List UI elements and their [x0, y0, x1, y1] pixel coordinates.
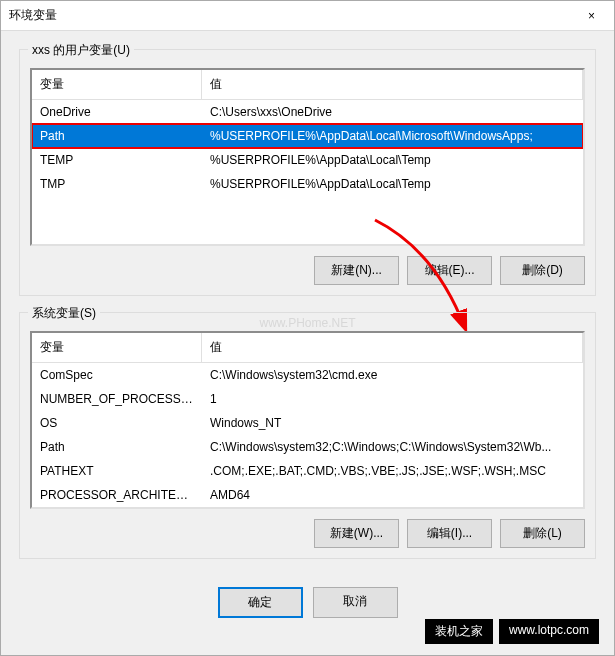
table-row[interactable]: Path%USERPROFILE%\AppData\Local\Microsof…: [32, 124, 583, 148]
cell-var-name: OneDrive: [32, 103, 202, 121]
cell-var-value: AMD64: [202, 486, 583, 504]
user-edit-button[interactable]: 编辑(E)...: [407, 256, 492, 285]
close-button[interactable]: ×: [569, 1, 614, 31]
cell-var-name: TMP: [32, 175, 202, 193]
sys-edit-button[interactable]: 编辑(I)...: [407, 519, 492, 548]
dialog-title: 环境变量: [9, 7, 57, 24]
cell-var-name: Path: [32, 127, 202, 145]
ok-button[interactable]: 确定: [218, 587, 303, 618]
cell-var-value: .COM;.EXE;.BAT;.CMD;.VBS;.VBE;.JS;.JSE;.…: [202, 462, 583, 480]
dialog-content: xxs 的用户变量(U) 变量 值 OneDriveC:\Users\xxs\O…: [1, 31, 614, 655]
cell-var-name: PROCESSOR_ARCHITECTURE: [32, 486, 202, 504]
table-row[interactable]: PATHEXT.COM;.EXE;.BAT;.CMD;.VBS;.VBE;.JS…: [32, 459, 583, 483]
table-row[interactable]: NUMBER_OF_PROCESSORS1: [32, 387, 583, 411]
user-vars-header: 变量 值: [32, 70, 583, 100]
user-vars-listbox[interactable]: 变量 值 OneDriveC:\Users\xxs\OneDrivePath%U…: [30, 68, 585, 246]
cell-var-name: PATHEXT: [32, 462, 202, 480]
user-vars-buttons: 新建(N)... 编辑(E)... 删除(D): [30, 256, 585, 285]
table-row[interactable]: OSWindows_NT: [32, 411, 583, 435]
sys-vars-header: 变量 值: [32, 333, 583, 363]
table-row[interactable]: TEMP%USERPROFILE%\AppData\Local\Temp: [32, 148, 583, 172]
footer-watermark: 装机之家 www.lotpc.com: [425, 619, 599, 644]
cell-var-value: %USERPROFILE%\AppData\Local\Temp: [202, 175, 583, 193]
footer-tag-1: 装机之家: [425, 619, 493, 644]
user-delete-button[interactable]: 删除(D): [500, 256, 585, 285]
cell-var-value: 1: [202, 390, 583, 408]
col-header-name[interactable]: 变量: [32, 333, 202, 362]
table-row[interactable]: ComSpecC:\Windows\system32\cmd.exe: [32, 363, 583, 387]
col-header-value[interactable]: 值: [202, 333, 583, 362]
table-row[interactable]: OneDriveC:\Users\xxs\OneDrive: [32, 100, 583, 124]
cancel-button[interactable]: 取消: [313, 587, 398, 618]
cell-var-name: OS: [32, 414, 202, 432]
sys-delete-button[interactable]: 删除(L): [500, 519, 585, 548]
sys-vars-listbox[interactable]: 变量 值 ComSpecC:\Windows\system32\cmd.exeN…: [30, 331, 585, 509]
user-vars-legend: xxs 的用户变量(U): [28, 42, 134, 59]
sys-vars-group: 系统变量(S) 变量 值 ComSpecC:\Windows\system32\…: [19, 312, 596, 559]
col-header-name[interactable]: 变量: [32, 70, 202, 99]
sys-vars-legend: 系统变量(S): [28, 305, 100, 322]
cell-var-name: ComSpec: [32, 366, 202, 384]
user-new-button[interactable]: 新建(N)...: [314, 256, 399, 285]
close-icon: ×: [588, 9, 595, 23]
table-row[interactable]: TMP%USERPROFILE%\AppData\Local\Temp: [32, 172, 583, 196]
table-row[interactable]: PROCESSOR_ARCHITECTUREAMD64: [32, 483, 583, 507]
table-row[interactable]: PROCESSOR_IDENTIFIERIntel64 Family 6 Mod…: [32, 507, 583, 509]
cell-var-value: C:\Users\xxs\OneDrive: [202, 103, 583, 121]
footer-tag-2: www.lotpc.com: [499, 619, 599, 644]
col-header-value[interactable]: 值: [202, 70, 583, 99]
cell-var-name: Path: [32, 438, 202, 456]
cell-var-value: Windows_NT: [202, 414, 583, 432]
sys-new-button[interactable]: 新建(W)...: [314, 519, 399, 548]
user-vars-group: xxs 的用户变量(U) 变量 值 OneDriveC:\Users\xxs\O…: [19, 49, 596, 296]
cell-var-value: %USERPROFILE%\AppData\Local\Microsoft\Wi…: [202, 127, 583, 145]
sys-vars-buttons: 新建(W)... 编辑(I)... 删除(L): [30, 519, 585, 548]
cell-var-name: TEMP: [32, 151, 202, 169]
cell-var-name: NUMBER_OF_PROCESSORS: [32, 390, 202, 408]
cell-var-value: C:\Windows\system32\cmd.exe: [202, 366, 583, 384]
table-row[interactable]: PathC:\Windows\system32;C:\Windows;C:\Wi…: [32, 435, 583, 459]
titlebar: 环境变量 ×: [1, 1, 614, 31]
cell-var-value: C:\Windows\system32;C:\Windows;C:\Window…: [202, 438, 583, 456]
env-vars-dialog: 环境变量 × xxs 的用户变量(U) 变量 值 OneDriveC:\User…: [0, 0, 615, 656]
cell-var-value: %USERPROFILE%\AppData\Local\Temp: [202, 151, 583, 169]
